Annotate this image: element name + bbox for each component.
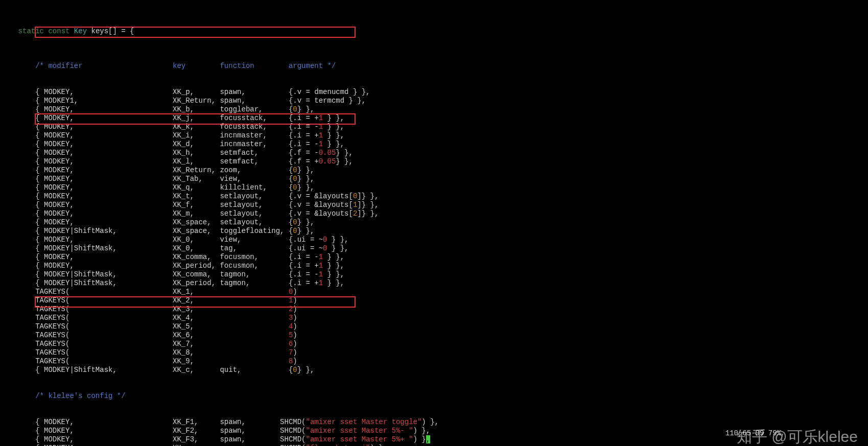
type-key: Key [74,27,87,35]
code-line: TAGKEYS( XK_3, 2) [1,305,868,314]
code-line: { MODKEY, XK_p, spawn, {.v = dmenucmd } … [1,88,868,97]
code-line: { MODKEY|ShiftMask, XK_space, togglefloa… [1,227,868,236]
decl-rest: keys[] = { [87,27,134,35]
code-line: { MODKEY, XK_comma, focusmon, {.i = -1 }… [1,253,868,262]
code-line: TAGKEYS( XK_6, 5) [1,331,868,340]
key-bindings-block: { MODKEY, XK_p, spawn, {.v = dmenucmd } … [1,88,868,374]
code-line: { MODKEY, XK_b, togglebar, {0} }, [1,105,868,114]
code-line: { MODKEY, XK_period, focusmon, {.i = +1 … [1,262,868,270]
code-line: { MODKEY|ShiftMask, XK_c, quit, {0} }, [1,366,868,374]
code-line: TAGKEYS( XK_2, 1) [1,296,868,305]
code-line: { MODKEY|ShiftMask, XK_comma, tagmon, {.… [1,270,868,279]
code-line: { MODKEY, XK_space, setlayout, {0} }, [1,218,868,227]
code-line: { MODKEY, XK_Tab, view, {0} }, [1,175,868,183]
declaration-line: static const Key keys[] = { [1,18,868,44]
code-line: { MODKEY1, XK_Return, spawn, {.v = termc… [1,97,868,105]
keyword-const: const [48,27,69,35]
code-line: { MODKEY, XK_t, setlayout, {.v = &layout… [1,192,868,201]
code-line: TAGKEYS( XK_4, 3) [1,314,868,322]
code-line: { MODKEY, XK_Return, zoom, {0} }, [1,166,868,175]
code-line: { MODKEY, XK_i, incnmaster, {.i = +1 } }… [1,131,868,140]
code-line: { MODKEY, XK_f, setlayout, {.v = &layout… [1,201,868,209]
code-line: TAGKEYS( XK_8, 7) [1,348,868,357]
code-editor[interactable]: static const Key keys[] = { /* modifier … [0,0,868,446]
user-config-comment: /* klelee's config */ [1,392,868,401]
code-line: TAGKEYS( XK_5, 4) [1,322,868,331]
code-line: { MODKEY, XK_h, setmfact, {.f = -0.05} }… [1,149,868,157]
column-header-comment: /* modifier key function argument */ [1,62,868,71]
code-line: { MODKEY, XK_d, incnmaster, {.i = -1 } }… [1,140,868,149]
code-line: { MODKEY, XK_l, setmfact, {.f = +0.05} }… [1,157,868,166]
code-line: TAGKEYS( XK_7, 6) [1,340,868,348]
code-line: TAGKEYS( XK_1, 0) [1,288,868,296]
code-line: TAGKEYS( XK_9, 8) [1,357,868,366]
vim-cursor: , [426,435,430,443]
code-line: { MODKEY, XK_k, focusstack, {.i = -1 } }… [1,123,868,131]
code-line: { MODKEY, XK_q, killclient, {0} }, [1,183,868,192]
watermark: 知乎 @可乐klelee [737,432,858,441]
code-line: { MODKEY|ShiftMask, XK_0, tag, {.ui = ~0… [1,244,868,253]
keyword-static: static [18,27,44,35]
code-line: { MODKEY, XK_F1, spawn, SHCMD("amixer ss… [1,418,868,427]
code-line: { MODKEY|ShiftMask, XK_period, tagmon, {… [1,279,868,288]
code-line: { MODKEY, XK_0, view, {.ui = ~0 } }, [1,236,868,244]
code-line: { MODKEY, XK_m, setlayout, {.v = &layout… [1,209,868,218]
code-line: { MODKEY, XK_j, focusstack, {.i = +1 } }… [1,114,868,123]
